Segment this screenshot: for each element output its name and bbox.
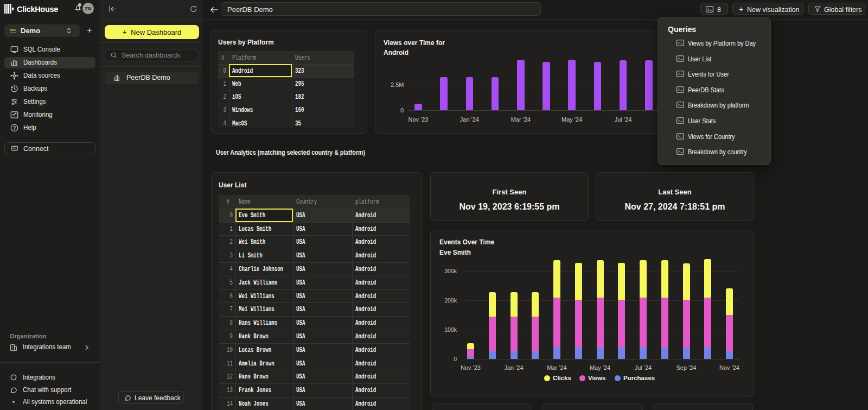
svg-text:aws: aws	[10, 28, 16, 31]
